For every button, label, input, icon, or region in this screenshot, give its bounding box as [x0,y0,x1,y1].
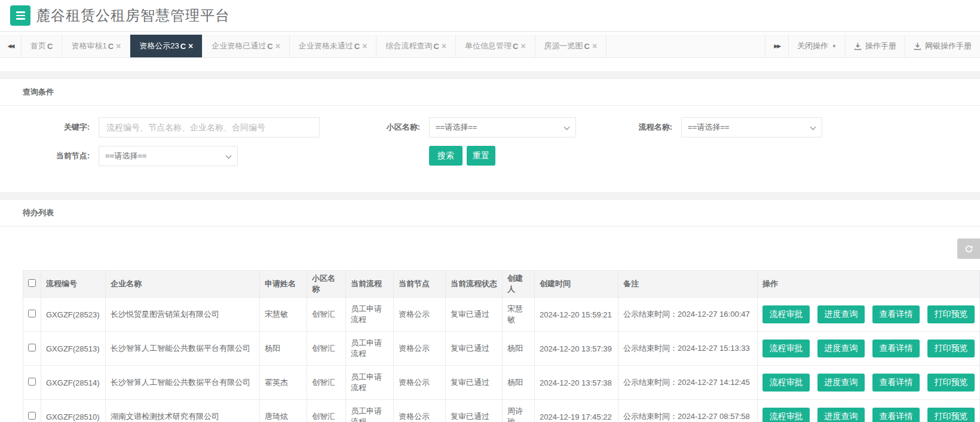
view-details-button[interactable]: 查看详情 [872,408,920,422]
tab-home[interactable]: 首页 C [22,35,62,57]
search-button[interactable]: 搜索 [429,146,463,166]
close-icon[interactable]: × [275,42,280,50]
tab-enterprise-unqualified[interactable]: 企业资格未通过 C × [290,35,377,57]
row-checkbox[interactable] [28,344,36,351]
row-checkbox[interactable] [28,412,36,420]
select-all-checkbox[interactable] [28,279,36,287]
tabs-scroll-right-button[interactable]: ▶▶ [765,35,788,57]
cell-flow-status: 复审已通过 [446,400,503,422]
close-icon[interactable]: × [188,42,193,50]
view-details-button[interactable]: 查看详情 [872,340,920,357]
keyword-input[interactable] [99,117,320,137]
tabs-scroll-left-button[interactable]: ◀◀ [0,35,22,57]
col-current-flow: 当前流程 [346,271,394,298]
refresh-icon[interactable]: C [584,42,590,51]
tab-unit-info-management[interactable]: 单位信息管理 C × [456,35,535,57]
reset-button[interactable]: 重置 [467,146,495,166]
refresh-icon[interactable]: C [108,42,114,51]
current-node-select[interactable]: ==请选择== [99,146,238,166]
top-header: 麓谷租赁公租房智慧管理平台 [0,0,980,32]
flow-approve-button[interactable]: 流程审批 [762,408,810,422]
cell-flow-status: 复审已通过 [446,298,503,332]
download-icon [854,42,862,50]
todo-table: 流程编号 企业名称 申请姓名 小区名称 当前流程 当前节点 当前流程状态 创建人… [23,270,980,422]
cell-current-flow: 员工申请流程 [346,400,394,422]
progress-query-button[interactable]: 进度查询 [817,374,865,392]
cell-created-time: 2024-12-20 15:59:21 [535,298,618,332]
close-operations-dropdown[interactable]: 关闭操作 ▼ [788,35,845,57]
view-details-button[interactable]: 查看详情 [872,374,920,392]
flow-approve-button[interactable]: 流程审批 [762,340,810,357]
hamburger-menu-button[interactable] [10,5,30,26]
tab-enterprise-qualified[interactable]: 企业资格已通过 C × [203,35,290,57]
refresh-icon[interactable]: C [47,42,53,51]
refresh-icon[interactable]: C [513,42,518,51]
process-name-select[interactable]: ==请选择== [681,117,822,137]
hamburger-icon [16,11,25,13]
progress-query-button[interactable]: 进度查询 [817,305,865,323]
operation-manual-button[interactable]: 操作手册 [845,35,905,57]
tab-label: 综合流程查询 [385,41,432,51]
download-icon [914,42,921,50]
todo-panel-title: 待办列表 [0,200,980,227]
keyword-label: 关键字: [0,122,90,133]
row-checkbox[interactable] [28,378,36,386]
cell-flow-status: 复审已通过 [446,332,503,366]
cell-process-no: GXGZF(28523) [41,298,106,332]
double-chevron-right-icon: ▶▶ [774,43,780,49]
flow-approve-button[interactable]: 流程审批 [762,374,810,392]
cell-process-no: GXGZF(28514) [41,366,106,400]
cell-remark: 公示结束时间：2024-12-27 14:12:45 [618,366,758,400]
flow-approve-button[interactable]: 流程审批 [762,305,810,323]
community-name-label: 小区名称: [330,122,420,133]
tab-bar: ◀◀ 首页 C 资格审核1 C × 资格公示23 C × 企业资格已通过 C ×… [0,32,980,71]
cell-remark: 公示结束时间：2024-12-27 16:00:47 [618,298,758,332]
tab-label: 房源一览图 [544,41,583,51]
cell-created-time: 2024-12-20 13:57:38 [535,366,618,400]
col-operations: 操作 [758,271,980,298]
print-preview-button[interactable]: 打印预览 [927,340,975,357]
table-row: GXGZF(28523) 长沙悦贸星图营销策划有限公司 宋慧敏 创智汇 员工申请… [23,298,980,332]
table-refresh-button[interactable] [957,238,980,259]
tab-label: 企业资格未通过 [299,41,353,51]
print-preview-button[interactable]: 打印预览 [927,305,975,323]
close-icon[interactable]: × [116,42,121,50]
row-checkbox[interactable] [28,310,36,317]
progress-query-button[interactable]: 进度查询 [817,408,865,422]
close-icon[interactable]: × [520,42,525,50]
bank-operation-manual-button[interactable]: 网银操作手册 [905,35,980,57]
cell-process-no: GXGZF(28510) [41,400,106,422]
close-icon[interactable]: × [362,42,367,50]
table-row: GXGZF(28513) 长沙智算人工智能公共数据平台有限公司 杨阳 创智汇 员… [23,332,980,366]
query-conditions-panel: 查询条件 关键字: 小区名称: ==请选择== 流程名称: ==请选择== [0,78,980,193]
cell-community: 创智汇 [307,400,346,422]
print-preview-button[interactable]: 打印预览 [927,408,975,422]
col-creator: 创建人 [503,271,535,298]
progress-query-button[interactable]: 进度查询 [817,340,865,357]
close-icon[interactable]: × [442,42,446,50]
cell-creator: 杨阳 [503,366,535,400]
refresh-icon[interactable]: C [354,42,360,51]
tab-comprehensive-process-query[interactable]: 综合流程查询 C × [376,35,456,57]
cell-current-node: 资格公示 [394,298,446,332]
cell-company: 长沙悦贸星图营销策划有限公司 [106,298,260,332]
community-name-select[interactable]: ==请选择== [429,117,576,137]
chevron-down-icon [810,124,816,130]
print-preview-button[interactable]: 打印预览 [927,374,975,392]
close-icon[interactable]: × [592,42,597,50]
cell-remark: 公示结束时间：2024-12-27 15:13:33 [618,332,758,366]
col-created-time: 创建时间 [535,271,618,298]
tab-housing-overview[interactable]: 房源一览图 C × [535,35,607,57]
query-panel-title: 查询条件 [0,79,980,106]
caret-down-icon: ▼ [832,44,837,49]
view-details-button[interactable]: 查看详情 [872,305,920,323]
col-community: 小区名称 [307,271,346,298]
tab-qualification-publicity[interactable]: 资格公示23 C × [130,35,203,57]
chevron-down-icon [226,153,232,159]
refresh-icon[interactable]: C [433,42,439,51]
refresh-icon[interactable]: C [180,42,186,51]
cell-created-time: 2024-12-19 17:45:22 [535,400,618,422]
tab-qualification-review[interactable]: 资格审核1 C × [62,35,130,57]
refresh-icon[interactable]: C [267,42,272,51]
col-company: 企业名称 [106,271,260,298]
